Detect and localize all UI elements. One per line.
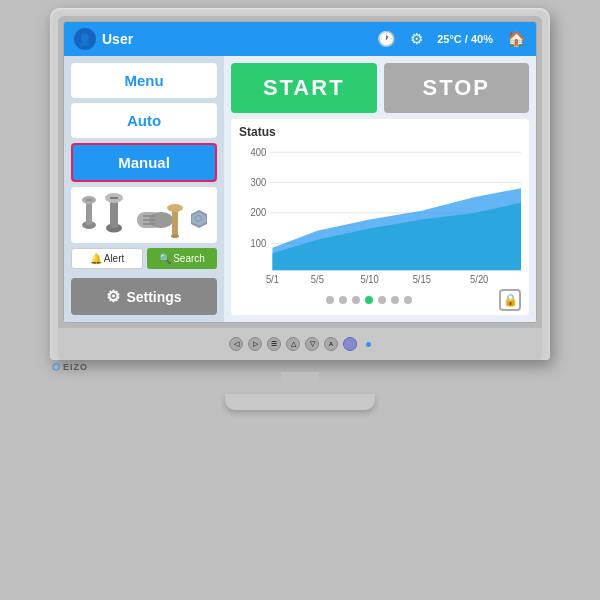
ctrl-menu[interactable]: ☰ [267,337,281,351]
svg-marker-29 [272,188,521,270]
settings-button[interactable]: ⚙ Settings [71,278,217,315]
status-panel: Status 400 300 [231,119,529,315]
user-label: User [102,31,133,47]
eizo-logo: ⬡ EIZO [52,362,88,372]
dot-4-active[interactable] [365,296,373,304]
ctrl-next[interactable]: ▷ [248,337,262,351]
dot-3[interactable] [352,296,360,304]
ctrl-up[interactable]: △ [286,337,300,351]
ctrl-auto[interactable]: A [324,337,338,351]
svg-text:⬡: ⬡ [195,214,202,223]
bottom-row: 🔒 [239,287,521,311]
user-icon: 👤 [74,28,96,50]
start-stop-row: START STOP [231,63,529,113]
ctrl-led [366,342,371,347]
svg-point-16 [171,234,179,238]
svg-text:5/1: 5/1 [266,273,279,284]
ctrl-power[interactable] [343,337,357,351]
start-button[interactable]: START [231,63,377,113]
svg-point-15 [167,204,183,212]
clock-icon[interactable]: 🕐 [377,30,396,48]
alert-button[interactable]: 🔔 Alert [71,248,143,269]
right-area: START STOP Status [224,56,536,322]
filter-icon[interactable]: ⚙ [410,30,423,48]
alert-search-row: 🔔 Alert 🔍 Search [71,248,217,269]
manual-button[interactable]: Manual [71,143,217,182]
svg-text:100: 100 [250,237,266,248]
lock-icon[interactable]: 🔒 [499,289,521,311]
screen-bezel: 👤 User 🕐 ⚙ 25°C / 40% 🏠 Menu [58,16,542,328]
svg-text:300: 300 [250,177,266,188]
dot-6[interactable] [391,296,399,304]
search-icon: 🔍 [159,253,171,264]
monitor-stand-base [225,394,375,410]
search-button[interactable]: 🔍 Search [147,248,217,269]
ctrl-prev[interactable]: ◁ [229,337,243,351]
bell-icon: 🔔 [90,253,102,264]
chart-area: 400 300 200 100 5/1 [239,141,521,287]
svg-text:5/10: 5/10 [360,273,379,284]
ctrl-down[interactable]: ▽ [305,337,319,351]
home-icon[interactable]: 🏠 [507,30,526,48]
svg-text:5/15: 5/15 [413,273,432,284]
svg-text:400: 400 [250,146,266,157]
left-sidebar: Menu Auto Manual [64,56,224,322]
monitor-controls: ◁ ▷ ☰ △ ▽ A [58,328,542,360]
auto-button[interactable]: Auto [71,103,217,138]
top-bar: 👤 User 🕐 ⚙ 25°C / 40% 🏠 [64,22,536,56]
search-label: Search [173,253,205,264]
svg-text:5/20: 5/20 [470,273,489,284]
screen: 👤 User 🕐 ⚙ 25°C / 40% 🏠 Menu [63,21,537,323]
dot-5[interactable] [378,296,386,304]
svg-text:5/5: 5/5 [311,273,325,284]
temp-display: 25°C / 40% [437,33,493,45]
dot-7[interactable] [404,296,412,304]
monitor-body: 👤 User 🕐 ⚙ 25°C / 40% 🏠 Menu [50,8,550,360]
image-area: ⬡ [71,187,217,243]
svg-rect-14 [172,208,178,236]
dot-1[interactable] [326,296,334,304]
dot-2[interactable] [339,296,347,304]
gear-icon: ⚙ [106,287,120,306]
svg-text:200: 200 [250,207,266,218]
status-title: Status [239,125,521,139]
menu-button[interactable]: Menu [71,63,217,98]
screws-image: ⬡ [74,190,214,240]
main-area: Menu Auto Manual [64,56,536,322]
chart-svg: 400 300 200 100 5/1 [239,141,521,287]
monitor-stand-neck [281,372,319,394]
alert-label: Alert [104,253,125,264]
stop-button[interactable]: STOP [384,63,530,113]
settings-label: Settings [126,289,181,305]
